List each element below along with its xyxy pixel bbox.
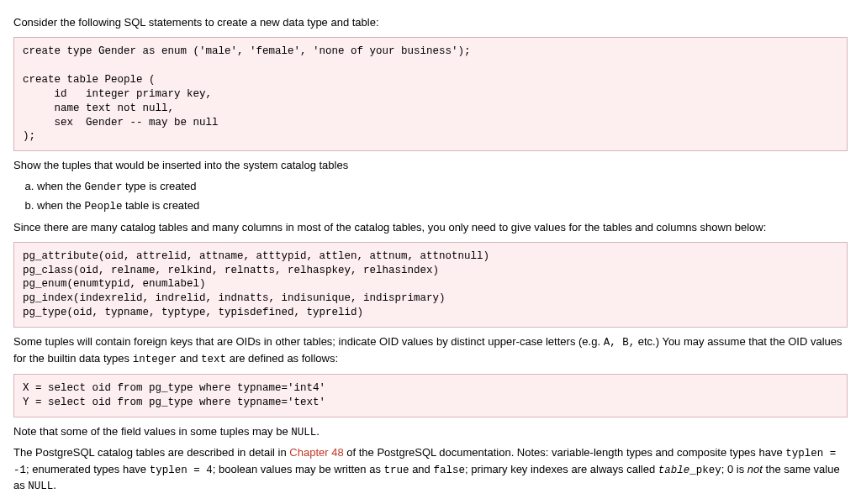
since-text: Since there are many catalog tables and … [13,220,848,235]
note-null-pre: Note that some of the field values in so… [13,425,291,438]
true-code: true [384,465,409,476]
subq-a-pre: when the [37,180,84,192]
typlen-four-code: typlen = 4 [150,465,213,476]
show-tuples-text: Show the tuples that would be inserted i… [13,158,848,173]
sql-code-block: create type Gender as enum ('male', 'fem… [13,37,848,151]
some-tuples-pre: Some tuples will contain foreign keys th… [13,335,604,348]
and2: and [409,463,434,475]
chapter-link[interactable]: Chapter 48 [289,446,343,459]
pg-doc-mid1: of the PostgreSQL documentation. Notes: … [344,446,786,459]
oid-code-block: X = select oid from pg_type where typnam… [13,374,848,417]
null-code: NULL [291,427,316,438]
intro-text: Consider the following SQL statements to… [13,15,848,30]
table-pkey-italic: table [658,465,690,476]
note-null-post: . [316,425,320,438]
subq-a-post: type is created [122,180,196,192]
false-code: false [433,465,465,476]
pg-doc-mid3: ; boolean values may be written as [213,463,384,475]
pg-doc-pre: The PostgreSQL catalog tables are descri… [13,446,289,459]
and-word: and [177,352,201,365]
some-tuples-post: are defined as follows: [226,352,338,365]
null-code-2: NULL [28,480,53,492]
subquestion-list: when the Gender type is created when the… [13,179,848,215]
subquestion-a: when the Gender type is created [37,179,848,196]
pg-doc-text: The PostgreSQL catalog tables are descri… [13,445,848,495]
note-null-text: Note that some of the field values in so… [13,424,848,441]
pg-doc-mid2: ; enumerated types have [26,463,150,475]
catalog-code-block: pg_attribute(oid, attrelid, attname, att… [13,242,848,328]
integer-code: integer [133,354,177,365]
some-tuples-text: Some tuples will contain foreign keys th… [13,334,848,367]
subq-b-post: table is created [122,199,199,212]
subq-b-pre: when the [37,199,84,212]
pg-doc-mid4: ; primary key indexes are always called [465,463,658,475]
subq-b-code: People [84,201,122,213]
pg-doc-mid5: ; 0 is [721,463,747,475]
subquestion-b: when the People table is created [37,198,848,215]
pkey-suffix: _pkey [689,465,721,476]
subq-a-code: Gender [84,181,122,193]
not-italic: not [747,463,763,475]
pg-doc-end: . [53,479,56,491]
text-code: text [201,354,226,365]
letters-code: A, B, [604,337,636,349]
